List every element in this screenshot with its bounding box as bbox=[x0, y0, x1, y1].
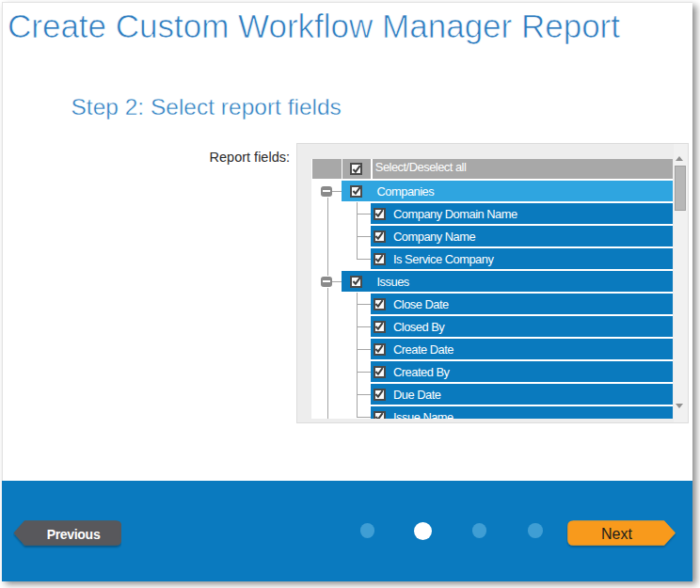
svg-text:Previous: Previous bbox=[46, 526, 100, 541]
svg-text:Next: Next bbox=[601, 526, 632, 542]
